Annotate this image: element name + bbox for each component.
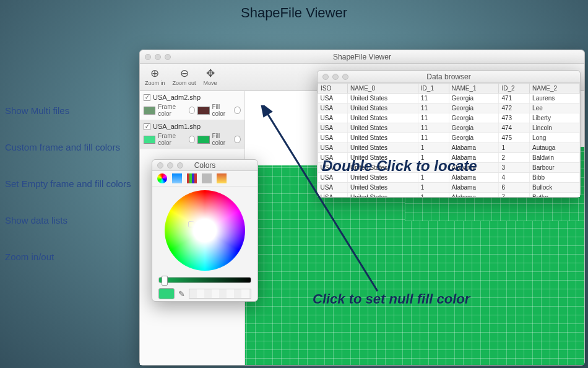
color-swatch-cells[interactable] <box>189 289 251 299</box>
fill-color-clear[interactable] <box>234 107 241 114</box>
window-controls[interactable] <box>318 74 348 80</box>
color-wheel-marker[interactable] <box>188 221 194 227</box>
layer-name: USA_adm1.shp <box>153 123 201 130</box>
window-controls[interactable] <box>152 162 183 169</box>
feature-callouts: Show Multi files Custom frame and fill c… <box>5 105 141 288</box>
table-row[interactable]: USAUnited States11Georgia473Liberty <box>318 113 580 123</box>
column-header[interactable]: NAME_1 <box>449 84 499 94</box>
table-cell: USA <box>318 103 348 113</box>
table-cell: USA <box>318 113 348 123</box>
picked-color-swatch[interactable] <box>158 288 175 299</box>
table-cell: USA <box>318 123 348 133</box>
layer-checkbox[interactable]: ✓ <box>144 94 150 101</box>
table-cell: United States <box>347 183 418 193</box>
table-cell: 2 <box>499 153 530 163</box>
zoom-in-button[interactable]: ⊕ Zoom in <box>145 68 165 86</box>
table-cell: United States <box>347 113 418 123</box>
table-cell: Bullock <box>530 183 580 193</box>
table-cell: 11 <box>418 133 449 143</box>
main-window-title: ShapeFile Viewer <box>140 53 584 61</box>
data-titlebar[interactable]: Data browser <box>318 71 580 83</box>
fill-color-clear[interactable] <box>234 136 241 143</box>
layer-item[interactable]: ✓ USA_adm2.shp Frame color Fill color <box>140 91 244 120</box>
eyedropper-icon[interactable]: ✎ <box>178 289 185 299</box>
minimize-icon[interactable] <box>155 54 161 60</box>
table-cell: Long <box>530 133 580 143</box>
table-row[interactable]: USAUnited States11Georgia471Laurens <box>318 94 580 103</box>
frame-color-clear[interactable] <box>189 107 196 114</box>
window-controls[interactable] <box>140 54 171 60</box>
frame-color-clear[interactable] <box>189 136 196 143</box>
annotation-double-click: Double Click to locate <box>322 157 477 175</box>
table-row[interactable]: USAUnited States1Alabama7Butler <box>318 193 580 198</box>
column-header[interactable]: ID_1 <box>418 84 449 94</box>
table-cell: Barbour <box>530 163 580 173</box>
close-icon[interactable] <box>157 162 163 169</box>
zoom-icon[interactable] <box>177 162 183 169</box>
table-cell: Liberty <box>530 113 580 123</box>
table-cell: Lee <box>530 103 580 113</box>
frame-color-label: Frame color <box>158 103 186 117</box>
zoom-out-button[interactable]: ⊖ Zoom out <box>173 68 196 86</box>
colors-titlebar[interactable]: Colors <box>152 160 257 171</box>
color-sliders-tab-icon[interactable] <box>172 173 182 183</box>
color-pencils-tab-icon[interactable] <box>217 173 227 183</box>
color-picker-tabs[interactable] <box>152 171 257 186</box>
column-header[interactable]: ISO <box>318 84 348 94</box>
table-cell: United States <box>347 143 418 153</box>
table-cell: United States <box>347 193 418 198</box>
move-button[interactable]: ✥ Move <box>204 68 217 86</box>
data-table-wrap[interactable]: ISONAME_0ID_1NAME_1ID_2NAME_2 USAUnited … <box>318 83 580 197</box>
callout-empty-colors: Set Empty frame and fill colors <box>5 178 141 189</box>
minimize-icon[interactable] <box>332 74 339 80</box>
layer-item[interactable]: ✓ USA_adm1.shp Frame color Fill color <box>140 120 244 149</box>
column-header[interactable]: NAME_0 <box>347 84 418 94</box>
table-cell: 474 <box>499 123 530 133</box>
slider-thumb[interactable] <box>162 276 168 286</box>
table-row[interactable]: USAUnited States11Georgia472Lee <box>318 103 580 113</box>
table-cell: Butler <box>530 193 580 198</box>
color-wheel[interactable] <box>165 190 245 271</box>
table-cell: Alabama <box>449 183 499 193</box>
zoom-in-icon: ⊕ <box>150 68 159 79</box>
table-cell: United States <box>347 123 418 133</box>
callout-zoom: Zoom in/out <box>5 252 141 262</box>
table-row[interactable]: USAUnited States11Georgia474Lincoln <box>318 123 580 133</box>
color-palettes-tab-icon[interactable] <box>187 173 197 183</box>
fill-color-swatch[interactable] <box>197 107 209 115</box>
table-cell: 472 <box>499 103 530 113</box>
table-row[interactable]: USAUnited States11Georgia475Long <box>318 133 580 143</box>
brightness-slider[interactable] <box>158 277 251 283</box>
zoom-icon[interactable] <box>342 74 348 80</box>
table-row[interactable]: USAUnited States1Alabama1Autauga <box>318 143 580 153</box>
color-wheel-tab-icon[interactable] <box>157 173 167 183</box>
table-cell: 1 <box>499 143 530 153</box>
data-table[interactable]: ISONAME_0ID_1NAME_1ID_2NAME_2 USAUnited … <box>318 83 580 197</box>
table-cell: 11 <box>418 94 449 103</box>
table-cell: 473 <box>499 113 530 123</box>
move-label: Move <box>204 80 217 86</box>
frame-color-swatch[interactable] <box>144 107 155 115</box>
table-row[interactable]: USAUnited States1Alabama6Bullock <box>318 183 580 193</box>
callout-multi-files: Show Multi files <box>5 105 141 116</box>
column-header[interactable]: ID_2 <box>499 84 530 94</box>
close-icon[interactable] <box>145 54 151 60</box>
frame-color-swatch[interactable] <box>144 136 155 144</box>
table-cell: Alabama <box>449 193 499 198</box>
table-cell: Bibb <box>530 173 580 183</box>
column-header[interactable]: NAME_2 <box>530 84 580 94</box>
zoom-out-label: Zoom out <box>173 80 196 86</box>
fill-color-swatch[interactable] <box>197 136 209 144</box>
callout-custom-colors: Custom frame and fill colors <box>5 142 141 152</box>
close-icon[interactable] <box>322 74 329 80</box>
data-window-title: Data browser <box>318 72 580 81</box>
table-cell: Baldwin <box>530 153 580 163</box>
table-cell: United States <box>347 103 418 113</box>
layer-checkbox[interactable]: ✓ <box>144 123 150 130</box>
main-titlebar[interactable]: ShapeFile Viewer <box>140 50 584 64</box>
colors-window: Colors ✎ <box>152 159 258 302</box>
minimize-icon[interactable] <box>167 162 173 169</box>
table-cell: Georgia <box>449 103 499 113</box>
zoom-icon[interactable] <box>165 54 171 60</box>
color-image-tab-icon[interactable] <box>202 173 212 183</box>
